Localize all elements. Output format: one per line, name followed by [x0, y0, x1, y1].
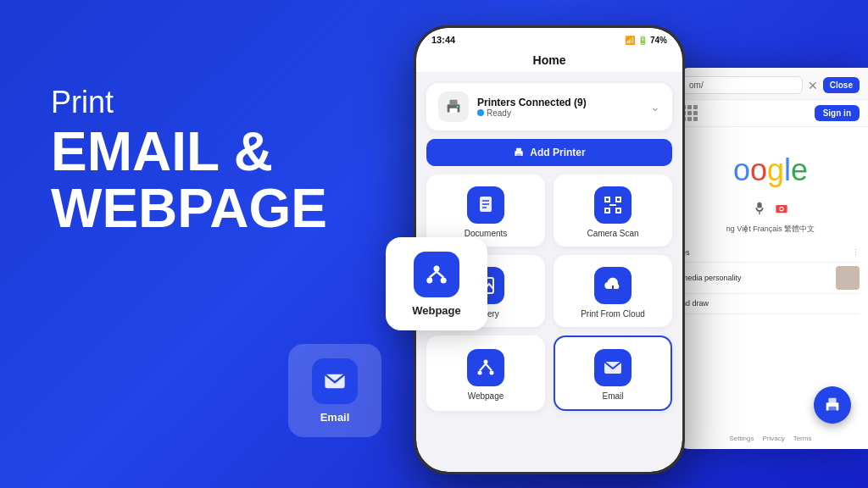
svg-rect-12 [516, 153, 521, 157]
svg-rect-20 [616, 208, 620, 213]
svg-rect-37 [828, 407, 836, 412]
browser-url-bar: om/ ✕ Close [673, 68, 868, 100]
svg-rect-17 [605, 197, 609, 202]
result-item: es ⋮ [682, 243, 860, 263]
browser-body: oogle ng Việt Français 繁體中文 es ⋮ media p… [673, 127, 868, 323]
feature-webpage[interactable]: Webpage [426, 336, 545, 411]
result-item-3: nd draw [682, 294, 860, 313]
printer-icon-wrap [438, 92, 469, 122]
svg-line-29 [486, 364, 492, 371]
search-results: es ⋮ media personality nd draw [682, 243, 860, 314]
svg-line-5 [437, 271, 443, 277]
browser-toolbar: Sign in [673, 100, 868, 127]
camera-scan-icon [603, 195, 623, 215]
battery-icon: 🔋 [637, 36, 648, 45]
webpage-floating-card[interactable]: Webpage [386, 237, 487, 330]
main-title: EMAIL & WEBPAGE [51, 124, 327, 237]
browser-partial: om/ ✕ Close Sign in oogle [673, 68, 868, 449]
result-text-2: media personality [682, 272, 742, 284]
svg-rect-11 [516, 148, 521, 152]
nav-title: Home [416, 48, 682, 73]
language-options: ng Việt Français 繁體中文 [682, 224, 860, 235]
add-printer-icon [513, 147, 525, 158]
camera-scan-label: Camera Scan [587, 229, 638, 238]
status-bar: 13:44 📶 🔋 74% [416, 28, 682, 48]
print-fab-icon [823, 396, 842, 414]
left-panel: Print EMAIL & WEBPAGE [51, 85, 327, 237]
svg-point-9 [456, 106, 458, 108]
browser-url-field[interactable]: om/ [682, 76, 803, 94]
sign-in-button[interactable]: Sign in [815, 105, 860, 121]
printer-info: Printers Connected (9) Ready [438, 92, 587, 122]
ready-dot [477, 109, 484, 116]
cloud-download-icon [603, 275, 623, 296]
webpage-icon-box [414, 252, 459, 297]
feature-email[interactable]: Email [554, 336, 672, 411]
documents-icon [476, 195, 496, 215]
camera-scan-icon-box [594, 186, 632, 224]
svg-point-2 [426, 277, 432, 283]
browser-close-button[interactable]: Close [823, 77, 860, 93]
printer-icon [444, 97, 463, 116]
mic-icon[interactable] [753, 202, 766, 215]
webpage-icon-box-grid [467, 349, 504, 386]
email-icon-box-grid [594, 349, 632, 386]
webpage-grid-label: Webpage [468, 391, 504, 401]
google-logo: oogle [682, 152, 860, 188]
terms-link[interactable]: Terms [793, 435, 812, 442]
email-grid-label: Email [602, 391, 623, 401]
printer-card[interactable]: Printers Connected (9) Ready ⌄ [426, 83, 672, 130]
svg-rect-18 [616, 197, 620, 202]
network-icon [425, 263, 448, 286]
svg-line-28 [480, 364, 486, 371]
settings-link[interactable]: Settings [730, 435, 754, 442]
browser-close-x[interactable]: ✕ [808, 79, 818, 92]
svg-rect-36 [828, 398, 836, 403]
result-thumb [836, 266, 860, 290]
feature-camera-scan[interactable]: Camera Scan [554, 175, 672, 247]
svg-rect-19 [605, 208, 609, 213]
printer-text: Printers Connected (9) Ready [477, 97, 587, 118]
add-printer-label: Add Printer [530, 147, 585, 158]
svg-point-25 [484, 360, 488, 364]
main-title-line2: WEBPAGE [51, 180, 327, 237]
feature-documents[interactable]: Documents [426, 175, 545, 247]
add-printer-button[interactable]: Add Printer [426, 139, 672, 166]
print-label: Print [51, 85, 327, 120]
email-card-label: Email [320, 411, 350, 424]
email-icon-box [312, 358, 358, 404]
chevron-down-icon[interactable]: ⌄ [650, 100, 660, 114]
svg-line-4 [430, 271, 437, 277]
feature-print-from-cloud[interactable]: Print From Cloud [554, 255, 672, 327]
main-title-line1: EMAIL & [51, 124, 327, 180]
svg-rect-8 [449, 100, 457, 105]
svg-rect-7 [449, 108, 457, 113]
cloud-icon-box [594, 267, 632, 304]
svg-point-1 [434, 265, 440, 271]
battery-pct: 74% [650, 36, 667, 45]
svg-point-26 [478, 371, 482, 375]
browser-footer: Settings Privacy Terms [673, 435, 868, 442]
status-time: 13:44 [431, 35, 455, 45]
webpage-card-label: Webpage [412, 304, 461, 317]
webpage-grid-icon [476, 358, 496, 378]
privacy-link[interactable]: Privacy [762, 435, 784, 442]
signal-icon: 📶 [625, 36, 635, 45]
printer-subtitle: Ready [477, 108, 587, 118]
print-from-cloud-label: Print From Cloud [581, 309, 645, 319]
svg-point-3 [441, 277, 447, 283]
email-grid-icon [603, 358, 623, 378]
email-icon [323, 369, 347, 393]
svg-point-27 [490, 371, 494, 375]
svg-point-34 [780, 208, 782, 210]
result-text-3: nd draw [682, 297, 709, 309]
documents-icon-box [467, 186, 504, 224]
fab-print-button[interactable] [814, 386, 851, 424]
more-icon[interactable]: ⋮ [852, 247, 860, 258]
printer-title: Printers Connected (9) [477, 97, 587, 108]
search-icons-row [682, 202, 860, 215]
result-item-2: media personality [682, 263, 860, 294]
status-right: 📶 🔋 74% [625, 36, 667, 45]
email-floating-card[interactable]: Email [288, 344, 381, 437]
camera-icon[interactable] [775, 202, 788, 215]
